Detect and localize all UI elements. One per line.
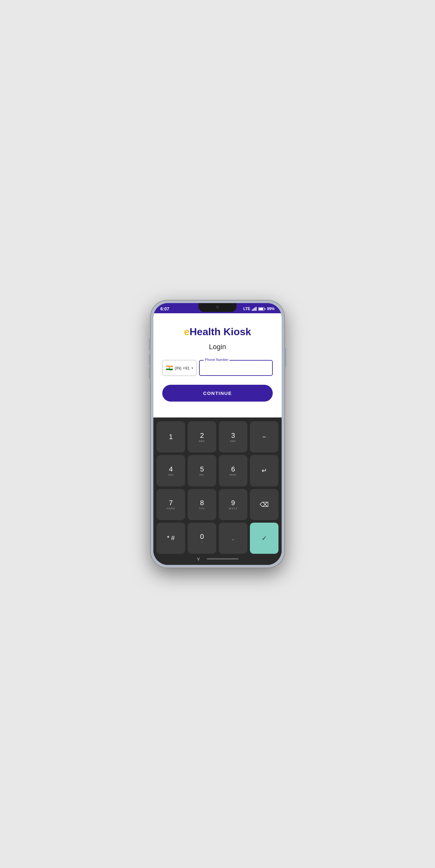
phone-input-row: 🇮🇳 (IN) +91 ▾ Phone Number	[162, 360, 273, 376]
key-7[interactable]: 7 PQRS	[157, 489, 185, 520]
signal-icon	[252, 307, 257, 311]
key-9-sub: WXYZ	[229, 507, 237, 510]
key-9[interactable]: 9 WXYZ	[219, 489, 247, 520]
key-7-sub: PQRS	[167, 507, 175, 510]
phone-number-input[interactable]	[200, 361, 272, 375]
app-content-area: eHealth Kiosk Login 🇮🇳 (IN) +91 ▾ Phone …	[154, 313, 281, 417]
key-3-main: 3	[231, 431, 235, 440]
country-flag: 🇮🇳	[166, 365, 173, 371]
key-4[interactable]: 4 GHI	[157, 455, 185, 486]
key-star-hash[interactable]: * #	[157, 523, 185, 554]
keyboard-bottom: ∨	[157, 554, 278, 563]
key-7-main: 7	[169, 499, 173, 507]
key-backspace-icon: ⌫	[260, 501, 269, 508]
key-return[interactable]: ↵	[250, 455, 278, 486]
key-5-sub: JKL	[199, 473, 205, 476]
key-minus[interactable]: −	[250, 421, 278, 453]
key-dot[interactable]: .	[219, 523, 247, 554]
key-6[interactable]: 6 MNO	[219, 455, 247, 486]
notch	[198, 303, 237, 312]
key-3-sub: DEF	[230, 440, 236, 442]
key-minus-symbol: −	[262, 433, 266, 441]
logo-health-kiosk: Health Kiosk	[190, 326, 251, 337]
key-3[interactable]: 3 DEF	[219, 421, 247, 453]
key-4-main: 4	[169, 465, 173, 473]
key-return-symbol: ↵	[262, 467, 267, 474]
key-5-main: 5	[200, 465, 204, 473]
keyboard-hide-icon[interactable]: ∨	[197, 556, 200, 562]
key-confirm-icon: ✓	[262, 534, 267, 542]
status-time: 6:07	[160, 306, 169, 311]
key-0-sub: +	[201, 541, 203, 544]
battery-percent: 99%	[267, 307, 275, 311]
key-8-sub: TUV	[199, 507, 205, 510]
battery-icon	[258, 307, 265, 311]
front-camera	[216, 306, 219, 309]
phone-device: 6:07 LTE 99%	[151, 301, 284, 567]
key-dot-symbol: .	[232, 534, 234, 542]
key-4-sub: GHI	[168, 473, 173, 476]
app-logo: eHealth Kiosk	[184, 326, 251, 338]
phone-number-field[interactable]: Phone Number	[199, 360, 273, 376]
phone-number-label: Phone Number	[204, 358, 230, 362]
key-1-main: 1	[169, 433, 173, 441]
network-label: LTE	[243, 307, 250, 311]
home-indicator	[207, 558, 238, 559]
key-2[interactable]: 2 ABC	[188, 421, 216, 453]
key-backspace[interactable]: ⌫	[250, 489, 278, 520]
country-selector[interactable]: 🇮🇳 (IN) +91 ▾	[162, 360, 197, 376]
key-6-main: 6	[231, 465, 235, 473]
continue-button[interactable]: CONTINUE	[162, 385, 273, 402]
login-title: Login	[209, 343, 226, 351]
key-6-sub: MNO	[230, 473, 237, 476]
logo-e: e	[184, 326, 190, 337]
key-5[interactable]: 5 JKL	[188, 455, 216, 486]
keyboard-area: 1 2 ABC 3 DEF − 4 GHI	[154, 417, 281, 565]
key-8[interactable]: 8 TUV	[188, 489, 216, 520]
key-8-main: 8	[200, 499, 204, 507]
country-chevron-icon: ▾	[192, 366, 193, 370]
country-code: (IN) +91	[175, 366, 190, 370]
phone-screen: 6:07 LTE 99%	[154, 303, 281, 565]
key-0[interactable]: 0 +	[188, 523, 216, 554]
status-right: LTE 99%	[243, 307, 275, 311]
key-1[interactable]: 1	[157, 421, 185, 453]
key-0-main: 0	[200, 532, 204, 541]
key-confirm[interactable]: ✓	[250, 523, 278, 554]
key-9-main: 9	[231, 499, 235, 507]
key-2-main: 2	[200, 431, 204, 440]
key-star-hash-symbol: * #	[167, 534, 175, 542]
keyboard-grid: 1 2 ABC 3 DEF − 4 GHI	[157, 421, 278, 554]
key-2-sub: ABC	[199, 440, 205, 442]
